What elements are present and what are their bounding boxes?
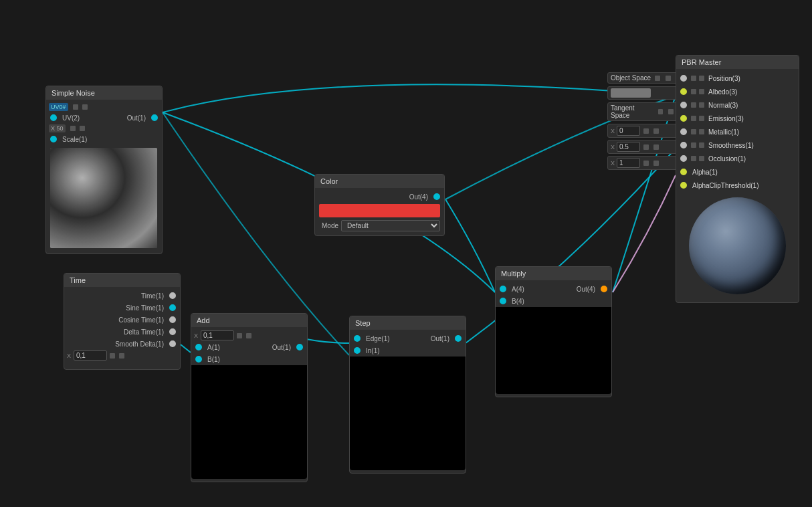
step-in-label: In(1) bbox=[363, 347, 383, 354]
color-header: Color bbox=[315, 175, 444, 188]
color-title: Color bbox=[320, 177, 338, 185]
add-a-socket[interactable] bbox=[195, 344, 202, 350]
time-header: Time bbox=[64, 274, 180, 287]
smoothness-x-label: X bbox=[611, 144, 615, 150]
multiply-out-socket[interactable] bbox=[601, 286, 607, 292]
multiply-body: A(4) Out(4) B(4) bbox=[496, 280, 611, 397]
smoothness-x-input[interactable] bbox=[617, 142, 640, 152]
pbr-smoothness-socket[interactable] bbox=[680, 142, 687, 148]
handle-dots bbox=[73, 104, 78, 110]
add-out-label: Out(1) bbox=[270, 344, 294, 351]
multiply-preview bbox=[496, 307, 611, 394]
pbr-smoothness-label: Smoothness(1) bbox=[706, 142, 756, 149]
out-socket[interactable] bbox=[151, 114, 158, 121]
add-x-row: X bbox=[191, 330, 307, 341]
multiply-a-socket[interactable] bbox=[500, 286, 506, 292]
met-handle bbox=[643, 128, 649, 134]
color-out-row: Out(4) bbox=[315, 191, 444, 203]
x-value-input[interactable] bbox=[74, 350, 107, 361]
delta-time-row: Delta Time(1) bbox=[64, 326, 180, 338]
step-edge-socket[interactable] bbox=[354, 335, 361, 342]
scale-socket-row: Scale(1) bbox=[46, 133, 162, 145]
pbr-albedo-row: Albedo(3) bbox=[676, 85, 799, 98]
obj-handle2 bbox=[666, 76, 671, 81]
scale-handle2 bbox=[80, 126, 85, 131]
step-in-socket[interactable] bbox=[354, 347, 361, 354]
pbr-emission-socket[interactable] bbox=[680, 115, 687, 122]
step-out-label: Out(1) bbox=[428, 335, 452, 342]
pbr-met-handle2 bbox=[699, 129, 704, 134]
uv-input-socket[interactable] bbox=[50, 114, 57, 121]
sine-time-socket[interactable] bbox=[169, 304, 176, 311]
add-title: Add bbox=[197, 316, 210, 324]
color-swatch[interactable] bbox=[319, 204, 440, 217]
simple-noise-title: Simple Noise bbox=[52, 89, 95, 97]
add-b-socket[interactable] bbox=[195, 356, 202, 363]
time-out-socket[interactable] bbox=[169, 292, 176, 299]
handle-dots2 bbox=[82, 104, 88, 110]
sm-handle2 bbox=[653, 144, 659, 150]
multiply-a-label: A(4) bbox=[509, 286, 527, 293]
pbr-body: Position(3) Albedo(3) Normal(3) Emission… bbox=[676, 69, 799, 302]
time-title: Time bbox=[70, 276, 86, 284]
pbr-header: PBR Master bbox=[676, 56, 799, 69]
pbr-sphere-preview bbox=[689, 197, 786, 294]
time-node: Time Time(1) Sine Time(1) Cosine Time(1)… bbox=[64, 273, 181, 370]
cosine-time-label: Cosine Time(1) bbox=[116, 316, 167, 324]
uv-tag: UV0# bbox=[49, 103, 68, 111]
pbr-normal-label: Normal(3) bbox=[706, 102, 740, 109]
pbr-position-row: Position(3) bbox=[676, 72, 799, 85]
step-out-socket[interactable] bbox=[455, 335, 462, 342]
pbr-master-node: PBR Master Position(3) Albedo(3) Normal(… bbox=[676, 55, 799, 303]
pbr-norm-handle bbox=[691, 102, 696, 108]
occlusion-x-label: X bbox=[611, 160, 615, 167]
obj-color-swatch[interactable] bbox=[611, 88, 651, 98]
cosine-time-row: Cosine Time(1) bbox=[64, 314, 180, 326]
add-out-socket[interactable] bbox=[296, 344, 303, 350]
step-in-row: In(1) bbox=[350, 344, 466, 357]
pbr-smoothness-row: Smoothness(1) bbox=[676, 138, 799, 152]
cosine-time-socket[interactable] bbox=[169, 316, 176, 323]
time-out-label: Time(1) bbox=[138, 292, 167, 300]
scale-handle bbox=[70, 126, 76, 131]
scale-input-socket[interactable] bbox=[50, 136, 57, 142]
pbr-albedo-socket[interactable] bbox=[680, 88, 687, 95]
metallic-x-input[interactable] bbox=[617, 126, 640, 136]
pbr-metallic-row: Metallic(1) bbox=[676, 125, 799, 138]
add-handle2 bbox=[246, 333, 251, 338]
simple-noise-node: Simple Noise UV0# UV(2) Out(1) X 50 bbox=[45, 86, 163, 254]
uv-row: UV(2) Out(1) bbox=[46, 112, 162, 124]
pbr-metallic-socket[interactable] bbox=[680, 128, 687, 135]
delta-time-socket[interactable] bbox=[169, 328, 176, 335]
color-out-label: Out(4) bbox=[407, 193, 431, 201]
pbr-metallic-label: Metallic(1) bbox=[706, 128, 742, 136]
color-out-socket[interactable] bbox=[433, 193, 440, 200]
occlusion-x-input[interactable] bbox=[617, 158, 640, 168]
multiply-b-socket[interactable] bbox=[500, 298, 506, 304]
multiply-header: Multiply bbox=[496, 267, 611, 280]
pbr-position-socket[interactable] bbox=[680, 75, 687, 82]
delta-time-label: Delta Time(1) bbox=[121, 328, 167, 336]
pbr-alphaclip-socket[interactable] bbox=[680, 182, 687, 189]
pbr-alpha-socket[interactable] bbox=[680, 169, 687, 175]
tan-handle2 bbox=[668, 109, 674, 114]
add-x-input[interactable] bbox=[201, 330, 234, 340]
sm-handle bbox=[643, 144, 649, 150]
pbr-normal-socket[interactable] bbox=[680, 102, 687, 108]
pbr-emission-row: Emission(3) bbox=[676, 112, 799, 125]
pbr-occlusion-socket[interactable] bbox=[680, 155, 687, 162]
x-input-row: X bbox=[64, 350, 180, 361]
pbr-title: PBR Master bbox=[682, 58, 721, 66]
occ-handle2 bbox=[653, 161, 659, 166]
smooth-delta-label: Smooth Delta(1) bbox=[112, 340, 167, 348]
color-mode-select[interactable]: Default bbox=[341, 220, 440, 231]
step-edge-row: Edge(1) Out(1) bbox=[350, 332, 466, 344]
multiply-node: Multiply A(4) Out(4) B(4) bbox=[495, 266, 612, 397]
pbr-em-handle2 bbox=[699, 116, 704, 121]
obj-handle bbox=[655, 76, 660, 81]
smooth-delta-socket[interactable] bbox=[169, 340, 176, 347]
scale-label: Scale(1) bbox=[60, 136, 90, 143]
x-handle bbox=[110, 353, 115, 359]
pbr-albedo-label: Albedo(3) bbox=[706, 88, 740, 96]
noise-texture bbox=[50, 148, 157, 248]
